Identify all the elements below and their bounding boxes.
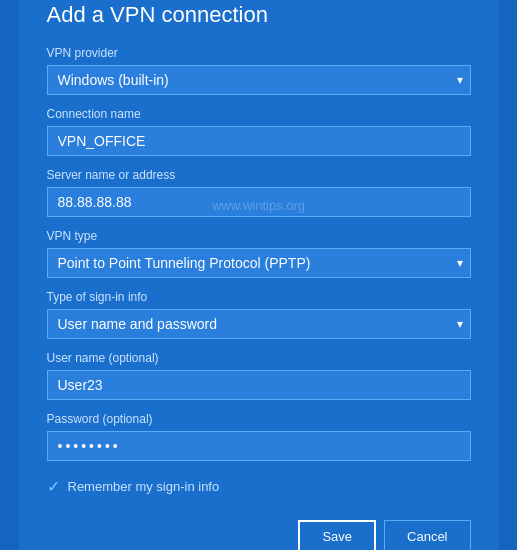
remember-signin-label: Remember my sign-in info [68,479,220,494]
vpn-dialog: Add a VPN connection www.wintips.org VPN… [19,0,499,550]
connection-name-input[interactable] [47,126,471,156]
signin-info-label: Type of sign-in info [47,290,471,304]
remember-signin-checkbox[interactable]: ✓ Remember my sign-in info [47,477,220,496]
vpn-type-select[interactable]: Point to Point Tunneling Protocol (PPTP) [47,248,471,278]
password-label: Password (optional) [47,412,471,426]
password-input[interactable] [47,431,471,461]
server-label: Server name or address [47,168,471,182]
vpn-provider-select-wrapper: Windows (built-in) ▾ [47,65,471,95]
signin-info-select[interactable]: User name and password [47,309,471,339]
username-input[interactable] [47,370,471,400]
checkbox-checked-icon: ✓ [47,477,60,496]
vpn-type-select-wrapper: Point to Point Tunneling Protocol (PPTP)… [47,248,471,278]
button-row: Save Cancel [47,520,471,551]
connection-name-label: Connection name [47,107,471,121]
vpn-type-label: VPN type [47,229,471,243]
cancel-button[interactable]: Cancel [384,520,470,551]
vpn-provider-label: VPN provider [47,46,471,60]
dialog-title: Add a VPN connection [47,2,471,28]
save-button[interactable]: Save [298,520,376,551]
signin-info-select-wrapper: User name and password ▾ [47,309,471,339]
remember-signin-row: ✓ Remember my sign-in info [47,477,471,496]
server-input[interactable] [47,187,471,217]
username-label: User name (optional) [47,351,471,365]
vpn-provider-select[interactable]: Windows (built-in) [47,65,471,95]
